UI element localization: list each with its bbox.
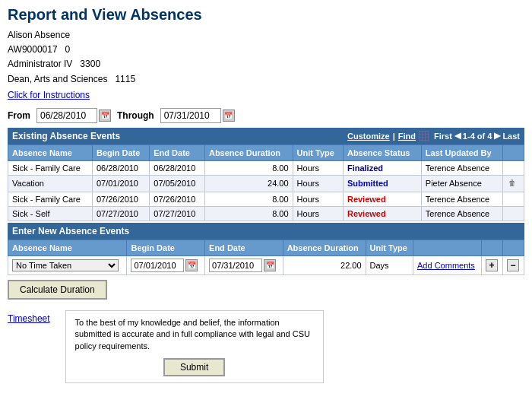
- status-badge[interactable]: Reviewed: [347, 195, 386, 204]
- date-filter-row: From 📅 Through 📅: [8, 108, 524, 123]
- existing-table-header-row: Absence Name Begin Date End Date Absence…: [8, 144, 524, 160]
- add-row-button[interactable]: +: [486, 259, 498, 271]
- table-row: Sick - Family Care 06/28/2010 06/28/2010…: [8, 160, 524, 175]
- row-end-date: 06/28/2010: [150, 160, 205, 175]
- row-unit: Hours: [293, 206, 343, 221]
- delete-icon[interactable]: 🗑: [507, 179, 518, 189]
- new-row-duration-cell: 22.00: [283, 255, 366, 274]
- new-col-begin-date: Begin Date: [127, 240, 205, 255]
- through-calendar-icon[interactable]: 📅: [223, 109, 235, 122]
- row-updated-by: Pieter Absence: [421, 175, 503, 192]
- user-id: AW9000017: [8, 43, 58, 57]
- new-absence-row: No Time Taken Sick - Self Vacation Sick …: [8, 255, 524, 274]
- col-absence-status: Absence Status: [343, 144, 421, 160]
- new-end-cal-icon[interactable]: 📅: [264, 259, 276, 271]
- user-dept-code: 3300: [80, 57, 100, 71]
- remove-row-button[interactable]: −: [507, 259, 519, 271]
- new-col-add: [481, 240, 502, 255]
- new-col-end-date: End Date: [205, 240, 283, 255]
- through-label: Through: [117, 110, 154, 121]
- user-name: Alison Absence: [8, 28, 70, 43]
- add-comments-link[interactable]: Add Comments: [417, 261, 475, 270]
- col-last-updated-by: Last Updated By: [421, 144, 503, 160]
- grid-icon[interactable]: [419, 131, 429, 141]
- new-begin-date-input[interactable]: [131, 259, 184, 272]
- status-badge[interactable]: Submitted: [347, 179, 388, 188]
- new-row-begin-date-cell: 📅: [127, 255, 205, 274]
- user-info: Alison Absence AW9000017 0 Administrator…: [8, 28, 524, 87]
- existing-section-title: Existing Absence Events: [12, 131, 120, 141]
- prev-nav[interactable]: ◀: [454, 131, 461, 141]
- absence-name-select[interactable]: No Time Taken Sick - Self Vacation Sick …: [12, 259, 119, 271]
- row-begin-date: 06/28/2010: [92, 160, 149, 175]
- user-role: Administrator IV: [8, 57, 72, 71]
- row-begin-date: 07/01/2010: [92, 175, 149, 192]
- row-updated-by: Terence Absence: [421, 192, 503, 206]
- first-nav[interactable]: First: [434, 132, 452, 141]
- status-badge[interactable]: Reviewed: [347, 209, 386, 218]
- new-begin-date-wrap: 📅: [131, 259, 201, 272]
- row-status[interactable]: Reviewed: [343, 206, 421, 221]
- new-section-title: Enter New Absence Events: [12, 226, 129, 236]
- consent-text: To the best of my knowledge and belief, …: [75, 317, 314, 352]
- row-absence-name: Sick - Family Care: [8, 160, 93, 175]
- calculate-duration-button[interactable]: Calculate Duration: [8, 280, 107, 300]
- calc-btn-wrap: Calculate Duration: [8, 275, 524, 304]
- table-row: Vacation 07/01/2010 07/05/2010 24.00 Hou…: [8, 175, 524, 192]
- user-role-row: Administrator IV 3300: [8, 57, 524, 71]
- new-row-unit-cell: Days: [366, 255, 413, 274]
- row-action-cell: 🗑: [503, 175, 524, 192]
- from-label: From: [8, 110, 30, 121]
- row-action-cell: [503, 160, 524, 175]
- next-nav[interactable]: ▶: [494, 131, 500, 141]
- row-status[interactable]: Finalized: [343, 160, 421, 175]
- user-id-row: AW9000017 0: [8, 43, 524, 57]
- row-unit: Hours: [293, 192, 343, 206]
- new-section-header: Enter New Absence Events: [8, 223, 524, 240]
- from-date-wrap: 📅: [36, 108, 111, 123]
- new-col-absence-duration: Absence Duration: [283, 240, 366, 255]
- user-name-row: Alison Absence: [8, 28, 524, 43]
- page-container: Report and View Absences Alison Absence …: [0, 0, 532, 389]
- col-absence-duration: Absence Duration: [204, 144, 293, 160]
- new-end-date-input[interactable]: [209, 259, 262, 272]
- new-row-absence-name-cell: No Time Taken Sick - Self Vacation Sick …: [8, 255, 127, 274]
- instructions-link[interactable]: Click for Instructions: [8, 90, 90, 100]
- from-date-input[interactable]: [36, 108, 97, 123]
- row-status[interactable]: Submitted: [343, 175, 421, 192]
- row-unit: Hours: [293, 175, 343, 192]
- new-row-remove-cell: −: [502, 255, 524, 274]
- row-begin-date: 07/27/2010: [92, 206, 149, 221]
- new-col-absence-name: Absence Name: [8, 240, 127, 255]
- new-row-comments-cell: Add Comments: [413, 255, 482, 274]
- table-row: Sick - Family Care 07/26/2010 07/26/2010…: [8, 192, 524, 206]
- customize-link[interactable]: Customize: [347, 132, 390, 141]
- customize-bar: Customize | Find: [347, 131, 429, 141]
- timesheet-link[interactable]: Timesheet: [8, 313, 50, 324]
- page-title: Report and View Absences: [8, 6, 524, 24]
- new-row-unit: Days: [370, 261, 389, 270]
- row-absence-name: Sick - Family Care: [8, 192, 93, 206]
- user-dept-row: Dean, Arts and Sciences 1115: [8, 72, 524, 87]
- row-duration: 8.00: [204, 160, 293, 175]
- last-nav[interactable]: Last: [502, 132, 520, 141]
- through-date-input[interactable]: [160, 108, 221, 123]
- row-end-date: 07/05/2010: [150, 175, 205, 192]
- submit-button[interactable]: Submit: [163, 358, 225, 376]
- status-badge[interactable]: Finalized: [347, 163, 383, 173]
- row-action-cell: [503, 206, 524, 221]
- new-absence-table: Absence Name Begin Date End Date Absence…: [8, 240, 524, 275]
- page-info: 1-4 of 4: [463, 132, 492, 141]
- find-link[interactable]: Find: [398, 132, 416, 141]
- row-status[interactable]: Reviewed: [343, 192, 421, 206]
- new-row-add-cell: +: [481, 255, 502, 274]
- row-unit: Hours: [293, 160, 343, 175]
- through-date-wrap: 📅: [160, 108, 235, 123]
- new-col-unit-type: Unit Type: [366, 240, 413, 255]
- new-row-duration: 22.00: [340, 261, 362, 270]
- row-duration: 8.00: [204, 192, 293, 206]
- new-col-remove: [502, 240, 524, 255]
- new-begin-cal-icon[interactable]: 📅: [185, 259, 198, 271]
- from-calendar-icon[interactable]: 📅: [99, 109, 111, 122]
- new-row-end-date-cell: 📅: [205, 255, 283, 274]
